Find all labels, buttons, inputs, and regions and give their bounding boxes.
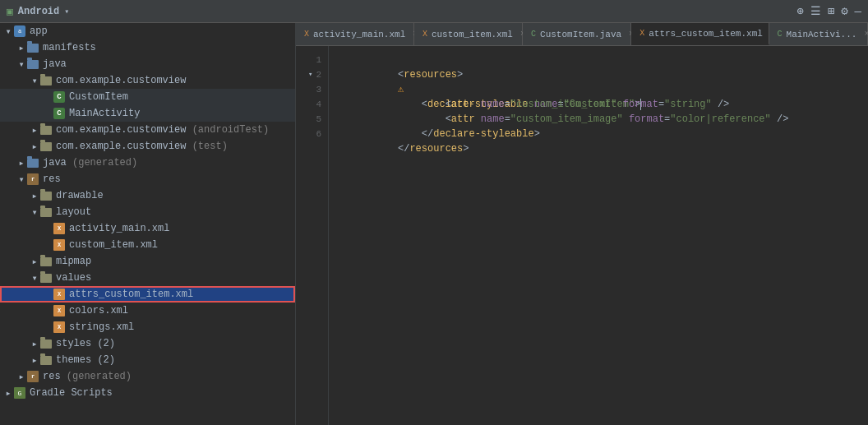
tree-item-colors-xml[interactable]: X colors.xml (0, 303, 295, 319)
res-generated-label: res (43, 371, 61, 382)
code-warn-icon: ⚠ (398, 84, 404, 95)
strings-xml-icon: X (53, 321, 66, 334)
tree-item-java-generated[interactable]: java (generated) (0, 155, 295, 171)
package-main-icon (39, 74, 53, 87)
editor-area: X activity_main.xml × X custom_item.xml … (296, 23, 868, 425)
tab-mainactivity-close[interactable]: × (864, 30, 868, 39)
tree-item-custom-item-xml[interactable]: X custom_item.xml (0, 237, 295, 253)
code-bracket-6a: </ (398, 143, 409, 155)
file-tree-sidebar: a app manifests java (0, 23, 296, 425)
package-androidtest-icon (39, 123, 53, 136)
res-generated-icon: r (26, 370, 39, 383)
code-indent-3 (398, 99, 446, 110)
code-editor[interactable]: 1 ▾ 2 3 4 5 (296, 46, 868, 425)
res-folder-icon: r (26, 173, 39, 186)
code-val-image: "custom_item_image" (510, 113, 623, 125)
code-attr-format-1: format (623, 99, 658, 110)
tree-item-strings-xml[interactable]: X strings.xml (0, 319, 295, 335)
tree-item-customitem[interactable]: C CustomItem (0, 89, 295, 105)
manifests-label: manifests (43, 42, 96, 53)
code-space-4a (475, 113, 481, 125)
tree-item-values[interactable]: values (0, 270, 295, 286)
tree-item-gradle-scripts[interactable]: G Gradle Scripts (0, 385, 295, 401)
tree-item-styles[interactable]: styles (2) (0, 335, 295, 352)
tree-item-activity-main-xml[interactable]: X activity_main.xml (0, 220, 295, 237)
tree-item-layout[interactable]: layout (0, 204, 295, 220)
list-alt-icon[interactable]: ⊞ (828, 4, 834, 18)
tab-custom-item[interactable]: X custom_item.xml × (414, 23, 523, 45)
globe-icon[interactable]: ⊕ (796, 4, 803, 18)
tab-activity-main-icon: X (304, 30, 309, 39)
list-icon[interactable]: ☰ (810, 4, 821, 18)
tab-custom-item-icon: X (422, 30, 427, 39)
tree-item-mipmap[interactable]: mipmap (0, 253, 295, 270)
tree-item-attrs-custom-item-xml[interactable]: X attrs_custom_item.xml (0, 286, 295, 303)
code-attr-name-1: name (481, 99, 505, 110)
colors-xml-icon: X (53, 304, 66, 317)
tab-mainactivity[interactable]: C MainActivi... × (769, 23, 868, 45)
code-space-3b (616, 99, 622, 110)
tab-activity-main-label: activity_main.xml (313, 30, 405, 39)
line-num-5: 5 (296, 112, 328, 127)
code-space-3a (475, 99, 481, 110)
tab-mainactivity-label: MainActivi... (787, 30, 857, 39)
drawable-folder-icon (39, 189, 53, 202)
arrow-mipmap (30, 256, 39, 268)
tab-customitem-java-label: CustomItem.java (540, 30, 621, 39)
tree-item-java[interactable]: java (0, 56, 295, 72)
fold-arrow-2[interactable]: ▾ (308, 67, 312, 82)
tree-item-themes[interactable]: themes (2) (0, 352, 295, 368)
res-generated-suffix: (generated) (61, 371, 132, 382)
java-generated-suffix: (generated) (67, 157, 137, 169)
tab-customitem-java[interactable]: C CustomItem.java × (523, 23, 631, 45)
package-androidtest-label: com.example.customview (56, 124, 186, 136)
code-bracket-5a: </ (422, 128, 433, 140)
arrow-package-main (30, 75, 39, 87)
code-content[interactable]: <resources> ⚠ <declare-styleable name="C… (329, 46, 868, 425)
dropdown-icon[interactable]: ▾ (64, 7, 69, 16)
gradle-scripts-label: Gradle Scripts (30, 387, 113, 399)
layout-folder-icon (39, 206, 53, 219)
tab-activity-main[interactable]: X activity_main.xml × (296, 23, 414, 45)
code-equals-4a: = (505, 113, 510, 125)
tree-item-manifests[interactable]: manifests (0, 39, 295, 56)
styles-folder-icon (39, 337, 53, 350)
java-generated-label: java (43, 157, 67, 169)
main-area: a app manifests java (0, 23, 868, 425)
arrow-package-test (30, 141, 39, 153)
gear-icon[interactable]: ⚙ (841, 4, 847, 18)
gradle-scripts-icon: G (13, 386, 26, 400)
tree-item-package-test[interactable]: com.example.customview (test) (0, 138, 295, 155)
title-bar-left: ▣ Android ▾ (7, 5, 69, 18)
line-num-1: 1 (296, 53, 328, 67)
code-bracket-4a: < (446, 113, 451, 125)
tree-item-app[interactable]: a app (0, 23, 295, 39)
line-num-2: ▾ 2 (296, 67, 328, 82)
tree-item-drawable[interactable]: drawable (0, 187, 295, 204)
tree-item-package-main[interactable]: com.example.customview (0, 72, 295, 89)
line-num-3: 3 (296, 82, 328, 97)
layout-label: layout (56, 206, 91, 218)
tree-item-res-generated[interactable]: r res (generated) (0, 368, 295, 385)
mainactivity-label: MainActivity (69, 108, 140, 119)
arrow-res-generated (16, 371, 26, 383)
tree-item-package-androidtest[interactable]: com.example.customview (androidTest) (0, 122, 295, 138)
tab-attrs-custom-item[interactable]: X attrs_custom_item.xml × (631, 23, 769, 45)
code-val-color-ref: "color|reference" (670, 113, 770, 125)
java-generated-icon (26, 156, 39, 169)
code-space-4b (623, 113, 629, 125)
colors-xml-label: colors.xml (69, 305, 128, 316)
tab-custom-item-label: custom_item.xml (432, 30, 513, 39)
arrow-res (16, 173, 26, 186)
values-folder-icon (39, 271, 53, 284)
styles-label: styles (2) (56, 338, 115, 349)
code-tag-resources: resources (404, 69, 457, 81)
code-val-text: "custom_item_text" (510, 99, 617, 110)
tree-item-mainactivity[interactable]: C MainActivity (0, 105, 295, 122)
package-main-label: com.example.customview (56, 75, 186, 86)
themes-folder-icon (39, 353, 53, 367)
mipmap-label: mipmap (56, 256, 91, 267)
minus-icon[interactable]: — (855, 5, 861, 18)
code-tag-attr-1: attr (451, 99, 475, 110)
tree-item-res[interactable]: r res (0, 171, 295, 187)
